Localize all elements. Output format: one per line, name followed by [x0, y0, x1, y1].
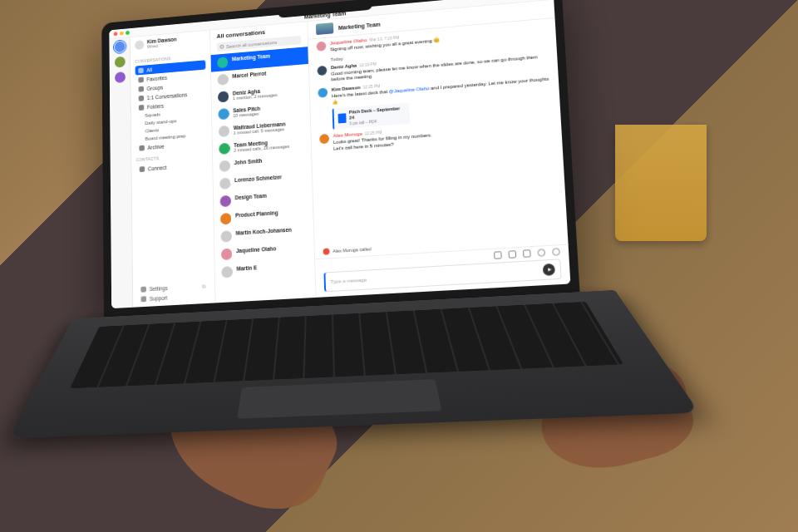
maximize-icon[interactable]	[126, 31, 130, 35]
file-icon	[338, 113, 347, 123]
search-icon	[220, 45, 224, 49]
avatar	[219, 126, 229, 137]
emoji-icon[interactable]	[508, 250, 516, 259]
app-window: Marketing Team Kim Dawson Wired Conv	[109, 0, 570, 308]
nav-connect[interactable]: Connect	[136, 160, 208, 175]
attachment[interactable]: Pitch Deck – September 24 5 pix tall – P…	[332, 102, 411, 130]
avatar	[219, 178, 231, 190]
laptop: Marketing Team Kim Dawson Wired Conv	[71, 0, 664, 519]
call-icon[interactable]	[552, 248, 560, 256]
group-avatar	[220, 213, 232, 224]
avatar	[221, 249, 233, 260]
star-icon	[138, 76, 143, 82]
workspace-avatar-2[interactable]	[114, 57, 125, 68]
archive-icon	[139, 145, 145, 150]
connect-icon	[140, 166, 145, 172]
workspace-avatar-1[interactable]	[114, 41, 125, 52]
help-icon	[140, 296, 146, 302]
avatar	[317, 42, 327, 52]
screen-bezel: Marketing Team Kim Dawson Wired Conv	[101, 0, 579, 320]
avatar	[219, 160, 230, 172]
chat-pane: Marketing Team Jaqueline OlahoMar 12, 7:…	[308, 0, 570, 298]
avatar	[220, 230, 232, 242]
keys	[70, 302, 623, 388]
trackpad	[237, 379, 441, 419]
chat-title: Marketing Team	[338, 21, 381, 30]
group-avatar	[217, 57, 228, 68]
sidebar: Kim Dawson Wired Conversations All Favor…	[131, 21, 216, 307]
minimize-icon[interactable]	[120, 32, 124, 36]
phone-icon	[323, 248, 330, 254]
workspace-avatar-3[interactable]	[115, 71, 126, 83]
chat-body: Jaqueline OlahoMar 12, 7:10 PM Signing o…	[308, 18, 568, 246]
user-avatar	[135, 40, 144, 50]
group-avatar	[219, 143, 229, 155]
workspace-rail	[109, 28, 133, 308]
current-user[interactable]: Kim Dawson Wired	[135, 34, 205, 50]
grid-icon	[138, 67, 143, 73]
folder-icon	[139, 105, 144, 111]
people-icon	[139, 86, 144, 91]
attachment-icon[interactable]	[523, 249, 531, 258]
external-icon: ⧉	[202, 283, 207, 288]
avatar	[318, 88, 328, 98]
window-controls[interactable]	[114, 31, 130, 36]
avatar	[318, 66, 328, 76]
close-icon[interactable]	[114, 32, 118, 36]
conversation-list: All conversations Search all conversatio…	[210, 12, 317, 303]
group-avatar	[218, 108, 229, 120]
avatar	[218, 91, 229, 102]
avatar	[221, 266, 233, 278]
expand-icon[interactable]	[494, 251, 502, 259]
group-avatar	[220, 195, 232, 207]
gear-icon	[140, 286, 146, 292]
compose-placeholder: Type a message	[331, 278, 367, 284]
avatar	[319, 134, 329, 144]
search-placeholder: Search all conversations	[226, 40, 277, 49]
person-icon	[139, 95, 144, 101]
send-button[interactable]	[543, 264, 555, 276]
chat-banner-image	[316, 22, 333, 35]
avatar	[218, 74, 229, 86]
camera-icon[interactable]	[537, 249, 545, 257]
